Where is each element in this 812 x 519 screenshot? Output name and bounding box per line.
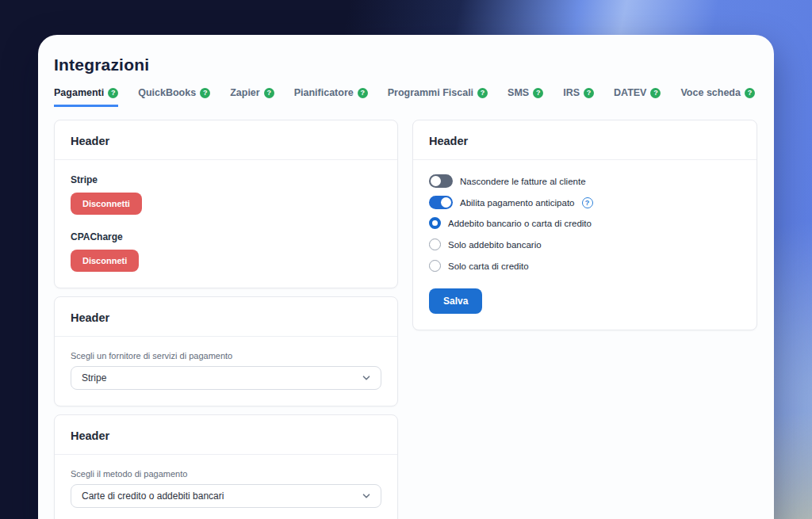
help-badge-icon[interactable]: ? [584, 88, 594, 98]
provider-select-label: Scegli un fornitore di servizi di pagame… [71, 351, 381, 361]
tab-label: QuickBooks [138, 87, 196, 98]
card-body: Nascondere le fatture al cliente Abilita… [413, 160, 756, 330]
provider-select-card: Header Scegli un fornitore di servizi di… [54, 296, 398, 406]
tab-label: IRS [563, 87, 580, 98]
tab-bar: Pagamenti ? QuickBooks ? Zapier ? Pianif… [54, 87, 758, 108]
tab-label: Voce scheda [680, 87, 741, 98]
hide-invoices-toggle[interactable] [429, 174, 453, 188]
radio-unselected[interactable] [429, 239, 441, 250]
tab-datev[interactable]: DATEV ? [614, 87, 661, 107]
selected-value: Stripe [82, 372, 106, 384]
radio-label: Solo carta di credito [448, 261, 529, 271]
advance-payment-row: Abilita pagamento anticipato ? [429, 196, 741, 209]
card-body: Scegli un fornitore di servizi di pagame… [55, 337, 397, 406]
help-badge-icon[interactable]: ? [358, 88, 368, 98]
radio-selected[interactable] [429, 217, 441, 229]
card-body: Stripe Disconnetti CPACharge Disconneti [55, 160, 397, 288]
hide-invoices-row: Nascondere le fatture al cliente [429, 174, 741, 188]
left-column: Header Stripe Disconnetti CPACharge Disc… [54, 120, 398, 519]
toggle-knob [431, 176, 441, 186]
advance-payment-toggle[interactable] [429, 196, 453, 209]
tab-pagamenti[interactable]: Pagamenti ? [54, 87, 118, 107]
card-header: Header [55, 120, 397, 160]
disconnect-cpacharge-button[interactable]: Disconneti [71, 250, 139, 272]
help-badge-icon[interactable]: ? [264, 88, 274, 98]
tab-label: Programmi Fiscali [388, 87, 473, 98]
tab-voce-scheda[interactable]: Voce scheda ? [680, 87, 755, 107]
card-header-title: Header [429, 135, 468, 147]
method-select-card: Header Scegli il metodo di pagamento Car… [54, 414, 398, 519]
radio-row-debit-or-card: Addebito bancario o carta di credito [429, 217, 741, 229]
help-badge-icon[interactable]: ? [108, 88, 118, 98]
payment-options-card: Header Nascondere le fatture al cliente … [412, 120, 757, 330]
card-header: Header [55, 415, 397, 455]
help-badge-icon[interactable]: ? [650, 88, 661, 98]
provider-block-cpacharge: CPACharge Disconneti [71, 231, 381, 272]
tab-zapier[interactable]: Zapier ? [230, 87, 274, 107]
card-header: Header [55, 297, 397, 337]
provider-name: Stripe [71, 174, 381, 185]
connected-providers-card: Header Stripe Disconnetti CPACharge Disc… [54, 120, 398, 288]
card-header: Header [413, 120, 756, 160]
provider-block-stripe: Stripe Disconnetti [71, 174, 381, 215]
method-select-label: Scegli il metodo di pagamento [71, 469, 381, 479]
tab-label: DATEV [614, 87, 646, 98]
tab-quickbooks[interactable]: QuickBooks ? [138, 87, 210, 107]
help-badge-icon[interactable]: ? [200, 88, 210, 98]
card-body: Scegli il metodo di pagamento Carte di c… [55, 455, 397, 519]
toggle-knob [441, 197, 451, 208]
tab-label: Pianificatore [294, 87, 354, 98]
tab-programmi-fiscali[interactable]: Programmi Fiscali ? [388, 87, 488, 107]
chevron-down-icon [362, 492, 370, 500]
radio-label: Addebito bancario o carta di credito [448, 219, 592, 228]
main-panel: Integrazioni Pagamenti ? QuickBooks ? Za… [38, 35, 774, 519]
page-title: Integrazioni [54, 55, 758, 74]
right-column: Header Nascondere le fatture al cliente … [412, 120, 757, 330]
save-button[interactable]: Salva [429, 288, 482, 314]
radio-row-card-only: Solo carta di credito [429, 260, 741, 272]
provider-name: CPACharge [71, 231, 381, 242]
radio-row-debit-only: Solo addebito bancario [429, 239, 741, 250]
help-icon[interactable]: ? [582, 197, 593, 208]
chevron-down-icon [362, 374, 370, 382]
radio-label: Solo addebito bancario [448, 240, 542, 250]
selected-value: Carte di credito o addebiti bancari [82, 490, 224, 502]
help-badge-icon[interactable]: ? [745, 88, 755, 98]
card-header-title: Header [71, 135, 109, 147]
help-badge-icon[interactable]: ? [533, 88, 543, 98]
help-badge-icon[interactable]: ? [477, 88, 488, 98]
content-columns: Header Stripe Disconnetti CPACharge Disc… [54, 120, 758, 519]
disconnect-stripe-button[interactable]: Disconnetti [71, 193, 142, 215]
toggle-label: Abilita pagamento anticipato [460, 198, 575, 208]
method-select[interactable]: Carte di credito o addebiti bancari [71, 484, 381, 508]
tab-label: Pagamenti [54, 87, 104, 98]
card-header-title: Header [71, 429, 109, 442]
tab-pianificatore[interactable]: Pianificatore ? [294, 87, 368, 107]
tab-sms[interactable]: SMS ? [508, 87, 543, 107]
tab-irs[interactable]: IRS ? [563, 87, 594, 107]
provider-select[interactable]: Stripe [71, 366, 381, 390]
tab-label: Zapier [230, 87, 260, 98]
radio-unselected[interactable] [429, 260, 441, 272]
card-header-title: Header [71, 311, 109, 324]
tab-label: SMS [508, 87, 529, 98]
toggle-label: Nascondere le fatture al cliente [460, 177, 586, 186]
